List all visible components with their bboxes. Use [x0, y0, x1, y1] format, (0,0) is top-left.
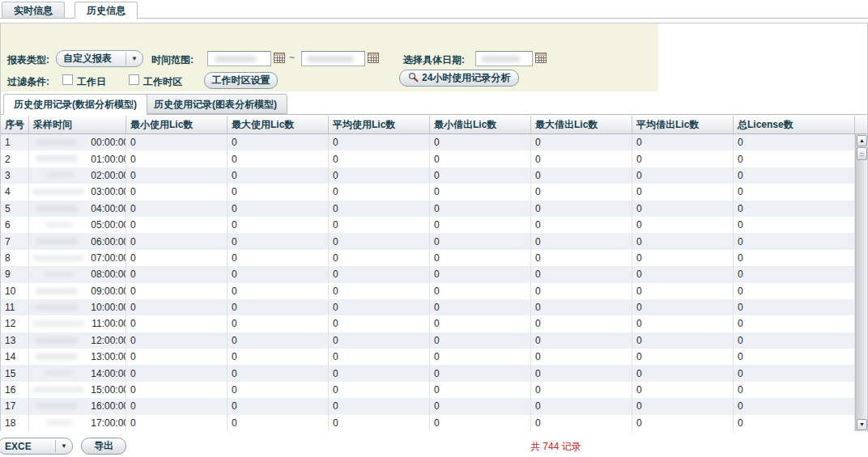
- workday-label: 工作日: [77, 75, 106, 89]
- specific-date-input[interactable]: [475, 51, 533, 66]
- row-value: 0: [734, 398, 855, 414]
- table-row[interactable]: 12 11:00:00 0 0 0 0 0 0 0: [1, 315, 855, 332]
- row-index: 6: [1, 217, 29, 233]
- column-header-max-used[interactable]: 最大使用Lic数: [228, 116, 329, 133]
- worktimezone-checkbox[interactable]: [129, 74, 139, 85]
- report-type-select[interactable]: 自定义报表 ▼: [56, 50, 143, 67]
- worktimezone-settings-button[interactable]: 工作时区设置: [204, 72, 278, 89]
- calendar-icon[interactable]: [368, 53, 379, 63]
- export-format-select[interactable]: EXCE ▼: [0, 438, 73, 455]
- row-value: 0: [632, 349, 734, 365]
- button-label: 导出: [94, 439, 113, 453]
- table-row[interactable]: 10 09:00:00 0 0 0 0 0 0 0: [1, 283, 855, 299]
- redacted-value: [481, 56, 520, 62]
- column-header-sample-time[interactable]: 采样时间: [29, 116, 126, 133]
- table-row[interactable]: 14 13:00:00 0 0 0 0 0 0 0: [1, 349, 855, 365]
- sample-time-cell: 08:00:00: [29, 266, 126, 282]
- column-header-total-license[interactable]: 总License数: [734, 116, 855, 133]
- row-time: 02:00:00: [91, 170, 126, 181]
- table-row[interactable]: 16 15:00:00 0 0 0 0 0 0 0: [1, 382, 855, 398]
- row-time: 04:00:00: [91, 203, 126, 214]
- row-value: 0: [228, 250, 329, 266]
- column-header-avg-used[interactable]: 平均使用Lic数: [329, 116, 430, 133]
- tab-history-info[interactable]: 历史信息: [74, 2, 138, 19]
- row-value: 0: [126, 167, 228, 184]
- redacted-date: [45, 172, 73, 179]
- subtab-data-analysis-model[interactable]: 历史使用记录(数据分析模型): [3, 94, 147, 115]
- redacted-date: [36, 288, 78, 294]
- redacted-date: [32, 387, 84, 393]
- redacted-date: [36, 353, 78, 360]
- row-value: 0: [430, 332, 531, 349]
- row-value: 0: [126, 250, 228, 266]
- column-header-max-borrow[interactable]: 最大借出Lic数: [531, 116, 632, 133]
- top-tabstrip: 实时信息 历史信息: [0, 0, 868, 19]
- time-range-end-input[interactable]: [301, 51, 365, 66]
- row-index: 1: [1, 134, 29, 150]
- row-index: 14: [1, 349, 29, 365]
- scrollbar-thumb[interactable]: [857, 147, 867, 160]
- table-row[interactable]: 15 14:00:00 0 0 0 0 0 0 0: [1, 365, 855, 381]
- tab-realtime-info[interactable]: 实时信息: [2, 2, 65, 18]
- row-value: 0: [734, 134, 855, 150]
- redacted-value: [307, 56, 354, 62]
- row-value: 0: [531, 315, 632, 332]
- row-value: 0: [430, 349, 531, 365]
- redacted-date: [45, 420, 73, 426]
- export-format-value: EXCE: [0, 441, 55, 452]
- redacted-date: [36, 238, 78, 244]
- table-row[interactable]: 2 01:00:00 0 0 0 0 0 0 0: [1, 150, 855, 167]
- table-row[interactable]: 11 10:00:00 0 0 0 0 0 0 0: [1, 299, 855, 315]
- table-row[interactable]: 7 06:00:00 0 0 0 0 0 0 0: [1, 233, 855, 249]
- analysis-24h-button[interactable]: 24小时使用记录分析: [399, 70, 519, 87]
- table-row[interactable]: 8 07:00:00 0 0 0 0 0 0 0: [1, 250, 855, 266]
- workday-checkbox[interactable]: [62, 74, 73, 85]
- subtab-chart-analysis-model[interactable]: 历史使用记录(图表分析模型): [143, 94, 287, 114]
- table-row[interactable]: 13 12:00:00 0 0 0 0 0 0 0: [1, 332, 855, 349]
- time-range-start-input[interactable]: [207, 51, 271, 66]
- calendar-icon[interactable]: [535, 53, 547, 63]
- calendar-icon[interactable]: [274, 53, 285, 63]
- row-value: 0: [329, 315, 430, 332]
- sample-time-cell: 14:00:00: [29, 365, 126, 381]
- table-row[interactable]: 6 05:00:00 0 0 0 0 0 0 0: [1, 217, 855, 233]
- row-time: 13:00:00: [91, 351, 126, 362]
- sample-time-cell: 16:00:00: [29, 398, 126, 414]
- scroll-down-icon[interactable]: ▼: [857, 419, 867, 430]
- redacted-date: [36, 304, 78, 311]
- table-row[interactable]: 17 16:00:00 0 0 0 0 0 0 0: [1, 398, 855, 414]
- row-value: 0: [734, 184, 855, 200]
- row-value: 0: [126, 201, 228, 217]
- column-header-min-used[interactable]: 最小使用Lic数: [126, 116, 228, 133]
- table-row[interactable]: 9 08:00:00 0 0 0 0 0 0 0: [1, 266, 855, 282]
- row-time: 16:00:00: [91, 400, 126, 412]
- table-row[interactable]: 18 17:00:00 0 0 0 0 0 0 0: [1, 415, 855, 431]
- table-row[interactable]: 1 00:00:00 0 0 0 0 0 0 0: [1, 134, 855, 150]
- table-row[interactable]: 4 03:00:00 0 0 0 0 0 0 0: [1, 184, 855, 200]
- row-value: 0: [228, 217, 329, 233]
- table-row[interactable]: 5 04:00:00 0 0 0 0 0 0 0: [1, 201, 855, 217]
- row-value: 0: [632, 332, 734, 349]
- sample-time-cell: 12:00:00: [29, 332, 126, 349]
- vertical-scrollbar[interactable]: ▲ ▼: [855, 134, 867, 431]
- column-header-min-borrow[interactable]: 最小借出Lic数: [430, 116, 531, 133]
- row-value: 0: [430, 398, 531, 414]
- redacted-date: [32, 188, 84, 195]
- column-header-index[interactable]: 序号: [1, 116, 29, 133]
- row-value: 0: [329, 184, 430, 200]
- row-value: 0: [531, 167, 632, 184]
- column-header-avg-borrow[interactable]: 平均借出Lic数: [632, 116, 734, 133]
- row-value: 0: [329, 365, 430, 381]
- table-row[interactable]: 3 02:00:00 0 0 0 0 0 0 0: [1, 167, 855, 184]
- row-value: 0: [531, 283, 632, 299]
- column-header-stub: [855, 116, 867, 133]
- row-value: 0: [126, 217, 228, 233]
- row-value: 0: [430, 299, 531, 315]
- scroll-up-icon[interactable]: ▲: [857, 135, 867, 146]
- row-value: 0: [734, 150, 855, 167]
- row-value: 0: [632, 382, 734, 398]
- redacted-date: [45, 370, 73, 376]
- row-value: 0: [734, 349, 855, 365]
- row-value: 0: [531, 250, 632, 266]
- export-button[interactable]: 导出: [81, 438, 126, 455]
